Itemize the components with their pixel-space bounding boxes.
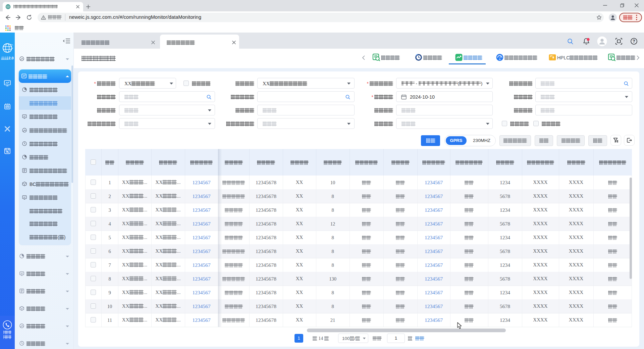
svg-text:?: ? — [633, 39, 635, 44]
svg-text:A: A — [499, 58, 500, 61]
